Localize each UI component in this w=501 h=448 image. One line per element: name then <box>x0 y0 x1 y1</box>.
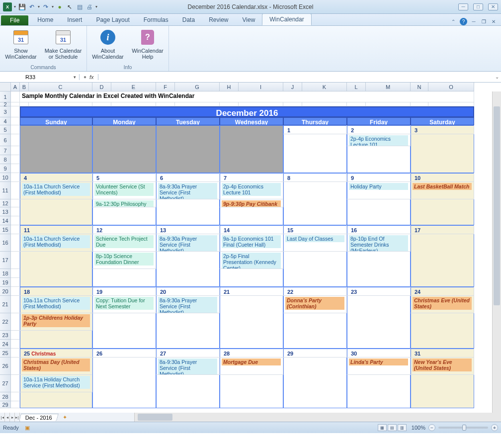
vertical-scrollbar[interactable] <box>492 91 501 413</box>
maximize-button[interactable]: □ <box>473 3 483 10</box>
calendar-day-number[interactable]: 13 <box>156 225 220 234</box>
normal-view-button[interactable]: ▦ <box>378 424 387 431</box>
formula-expand-icon[interactable]: ⌄ <box>493 74 501 80</box>
cell[interactable] <box>11 331 20 340</box>
event[interactable]: 9a-1p Economics 101 Final (Cueter Hall) <box>220 234 283 252</box>
redo-icon[interactable]: ↷ <box>42 3 50 11</box>
zoom-out-button[interactable]: − <box>428 424 435 431</box>
cell[interactable] <box>11 117 20 125</box>
row-header[interactable]: 28 <box>0 392 11 401</box>
show-wincalendar-button[interactable]: 31 Show WinCalendar <box>4 28 38 64</box>
calendar-day-number[interactable]: 24 <box>411 287 474 296</box>
calendar-day-number[interactable]: 11 <box>20 225 92 234</box>
calendar-month-header[interactable]: December 2016 <box>20 106 474 117</box>
column-header[interactable]: J <box>283 83 302 91</box>
row-header[interactable]: 25 <box>0 349 11 358</box>
event[interactable]: Christmas Eve (United States) <box>411 296 474 313</box>
zoom-level[interactable]: 100% <box>412 425 425 431</box>
cell[interactable] <box>11 199 20 207</box>
calendar-day-cell[interactable] <box>20 125 92 173</box>
cell[interactable] <box>29 102 92 106</box>
row-header[interactable]: 7 <box>0 146 11 155</box>
cell[interactable] <box>11 216 20 225</box>
event[interactable]: 1p-3p Childrens Holiday Party <box>20 313 92 331</box>
calendar-day-cell[interactable] <box>92 349 156 408</box>
calendar-day-number[interactable]: 30 <box>347 349 411 358</box>
cell[interactable] <box>11 102 20 106</box>
calendar-day-number[interactable]: 19 <box>92 287 156 296</box>
cell[interactable] <box>411 102 428 106</box>
page-break-view-button[interactable]: ▥ <box>398 424 407 431</box>
cell[interactable] <box>11 164 20 173</box>
calendar-day-number[interactable]: 8 <box>283 173 347 182</box>
event[interactable]: 10a-11a Church Service (First Methodist) <box>20 234 92 252</box>
zoom-slider-knob[interactable] <box>462 425 466 431</box>
make-calendar-button[interactable]: 31 Make Calendar or Schedule <box>44 28 83 64</box>
calendar-day-header[interactable]: Friday <box>347 117 411 125</box>
event[interactable]: 8a-9:30a Prayer Service (First Methodist… <box>156 182 220 199</box>
name-box-input[interactable] <box>3 74 58 80</box>
cells-area[interactable]: Sample Monthly Calendar in Excel Created… <box>11 91 492 413</box>
cell[interactable] <box>11 252 20 269</box>
calendar-day-cell[interactable] <box>156 125 220 173</box>
close-button[interactable]: ✕ <box>488 3 498 10</box>
calendar-day-header[interactable]: Thursday <box>283 117 347 125</box>
about-wincalendar-button[interactable]: i About WinCalendar <box>91 28 125 64</box>
row-header[interactable]: 13 <box>0 207 11 216</box>
row-header[interactable]: 20 <box>0 287 11 296</box>
minimize-button[interactable]: ─ <box>458 3 468 10</box>
zoom-in-button[interactable]: + <box>491 424 498 431</box>
cell[interactable] <box>11 358 20 375</box>
row-header[interactable]: 3 <box>0 106 11 117</box>
column-header[interactable]: A <box>11 83 20 91</box>
vscroll-thumb[interactable] <box>494 106 500 305</box>
tab-formulas[interactable]: Formulas <box>137 14 175 25</box>
horizontal-scrollbar[interactable] <box>134 413 501 422</box>
cell[interactable] <box>11 173 20 182</box>
calendar-day-number[interactable]: 3 <box>411 125 474 134</box>
row-header[interactable]: 4 <box>0 117 11 125</box>
calendar-day-cell[interactable] <box>411 225 474 287</box>
cell[interactable] <box>366 102 411 106</box>
calendar-day-number[interactable]: 9 <box>347 173 411 182</box>
cell[interactable] <box>11 278 20 287</box>
cell[interactable] <box>92 102 111 106</box>
row-header[interactable]: 15 <box>0 225 11 234</box>
event[interactable]: 8a-9:30a Prayer Service (First Methodist… <box>156 234 220 252</box>
column-header[interactable]: F <box>156 83 175 91</box>
redo-dropdown-icon[interactable]: ▾ <box>52 4 54 9</box>
calendar-day-header[interactable]: Monday <box>92 117 156 125</box>
row-header[interactable]: 19 <box>0 278 11 287</box>
qat-icon-2[interactable]: ▤ <box>76 3 84 11</box>
calendar-day-number[interactable]: 21 <box>220 287 283 296</box>
calendar-day-cell[interactable] <box>347 287 411 349</box>
calendar-day-number[interactable]: 6 <box>156 173 220 182</box>
cell[interactable] <box>11 134 20 146</box>
cell[interactable] <box>11 375 20 392</box>
cell[interactable] <box>11 182 20 199</box>
cell[interactable] <box>302 102 347 106</box>
calendar-day-cell[interactable] <box>220 287 283 349</box>
hscroll-thumb[interactable] <box>138 414 172 421</box>
event[interactable]: Donna's Party (Corinthian) <box>283 296 347 313</box>
cell[interactable] <box>175 102 220 106</box>
row-header[interactable]: 5 <box>0 125 11 134</box>
cell[interactable] <box>11 91 20 102</box>
column-header[interactable]: M <box>366 83 411 91</box>
cell[interactable] <box>220 102 239 106</box>
tab-view[interactable]: View <box>236 14 262 25</box>
calendar-day-number[interactable]: 18 <box>20 287 92 296</box>
row-header[interactable]: 27 <box>0 375 11 392</box>
event[interactable]: 8p-10p Science Foundation Dinner <box>92 252 156 269</box>
row-header[interactable]: 14 <box>0 216 11 225</box>
tab-wincalendar[interactable]: WinCalendar <box>262 13 311 25</box>
event[interactable]: Christmas Day (United States) <box>20 358 92 375</box>
calendar-day-number[interactable]: 12 <box>92 225 156 234</box>
calendar-day-header[interactable]: Saturday <box>411 117 474 125</box>
file-tab[interactable]: File <box>1 15 28 25</box>
cell[interactable] <box>11 234 20 252</box>
cell[interactable] <box>11 155 20 164</box>
row-header[interactable]: 10 <box>0 173 11 182</box>
workbook-minimize-icon[interactable]: ─ <box>470 18 477 25</box>
calendar-day-number[interactable]: 23 <box>347 287 411 296</box>
